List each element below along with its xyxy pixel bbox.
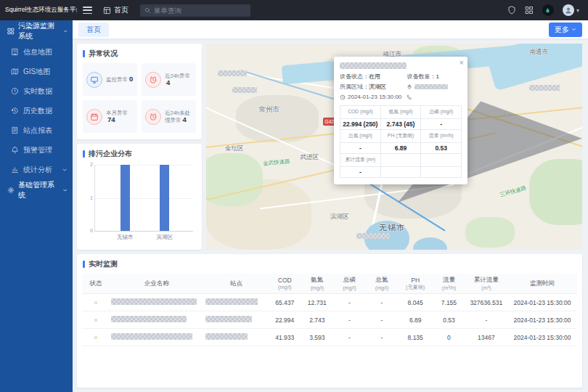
popup-time: 2024-01-23 15:30:00 <box>348 93 401 101</box>
card-title: 排污企业分布 <box>89 149 132 159</box>
map-label-road: 金武快速路 <box>262 158 290 167</box>
cell-tp: - <box>333 311 366 329</box>
water-drop-logo-icon[interactable] <box>542 4 554 16</box>
realtime-monitor-card: 实时监测 状态 企业名称 站点 COD(mg/l) 氨氮(mg/l) 总磷(mg… <box>77 254 582 388</box>
table-row[interactable]: 22.994 2.743 - - 6.89 0.53 - 2024-01-23 … <box>82 311 577 329</box>
map-label-city: 常州市 <box>259 105 280 115</box>
popup-readings-table: COD (mg/l) 氨氮 (mg/l) 总磷 (mg/l) 22.994 (2… <box>340 105 462 178</box>
map-info-popup: × 设备状态：在用 设备数量：1 所属区域：滨湖区 2024-01-23 15:… <box>334 57 467 184</box>
redacted-map-label <box>529 85 560 91</box>
sidebar-item-history-data[interactable]: 历史数据 <box>0 101 73 121</box>
stat-value: 4 <box>183 115 187 123</box>
redacted-company-name <box>111 316 187 322</box>
bar-binhu[interactable] <box>160 165 169 231</box>
title-accent-bar <box>83 150 85 158</box>
redacted-map-label <box>218 70 247 76</box>
tab-bar: 首页 更多 <box>73 20 588 39</box>
stat-tile-24h-abnormal[interactable]: 近24h异常4 <box>142 63 196 96</box>
map-canvas[interactable]: 靖江市 南通市 常州市 江阴市 金坛区 武进区 无锡市 滨湖区 三环快速路 金武… <box>206 44 582 250</box>
x-category-label: 滨湖区 <box>157 234 173 241</box>
reading-header: 氨氮 (mg/l) <box>380 106 421 119</box>
title-accent-bar <box>83 261 85 268</box>
stat-value: 4 <box>166 78 170 86</box>
device-status-label: 设备状态： <box>340 73 369 80</box>
cell-tn: - <box>366 294 399 311</box>
sidebar-item-statistics[interactable]: 统计分析 <box>0 160 73 179</box>
menu-search[interactable] <box>140 4 250 17</box>
top-header: Squirrel生态环境云服务平台 首页 <box>0 0 588 20</box>
sidebar-item-alert-management[interactable]: 预警管理 <box>0 140 73 160</box>
sidebar-item-label: 历史数据 <box>23 106 52 116</box>
clock-icon <box>11 87 19 95</box>
search-input[interactable] <box>154 7 235 15</box>
enterprise-distribution-card: 排污企业分布 2 1 0 无锡市 滨湖区 <box>77 144 202 250</box>
bar-chart: 2 1 0 无锡市 滨湖区 <box>94 165 193 248</box>
redacted-map-label <box>356 233 390 239</box>
reading-value: 2.743 (45) <box>380 119 421 130</box>
card-title-row: 异常状况 <box>77 44 202 62</box>
shield-icon[interactable] <box>507 6 516 15</box>
redacted-company-name <box>111 298 197 305</box>
hamburger-menu-icon[interactable] <box>83 7 92 14</box>
cell-time: 2024-01-23 15:30:00 <box>507 329 577 346</box>
region-value: 滨湖区 <box>369 83 386 90</box>
sidebar-item-label: 统计分析 <box>23 165 52 175</box>
bar-wuxi[interactable] <box>121 165 130 231</box>
reading-value: - <box>340 143 381 154</box>
map-green-area <box>465 217 514 248</box>
cell-cod: 65.437 <box>269 294 301 311</box>
reading-value: 0.53 <box>421 143 462 154</box>
col-header: 氨氮 <box>303 276 332 285</box>
sidebar-item-realtime-data[interactable]: 实时数据 <box>0 81 73 101</box>
close-icon[interactable]: × <box>460 58 464 67</box>
stat-tile-24h-unhandled[interactable]: 近24h未处理异常4 <box>142 100 196 133</box>
cell-tn: - <box>366 329 399 346</box>
search-icon <box>144 7 151 14</box>
tab-home[interactable]: 首页 <box>78 23 109 37</box>
map-label-district: 金坛区 <box>225 144 244 153</box>
stat-tiles: 监控异常0 近24h异常4 本月异常74 近24h未处理异常4 <box>77 62 202 139</box>
col-header: PH <box>399 277 431 284</box>
grid-icon <box>7 28 15 35</box>
sidebar-item-label: 预警管理 <box>23 145 52 155</box>
apps-grid-icon[interactable] <box>525 6 534 15</box>
map-label-city: 南通市 <box>529 48 548 57</box>
chevron-down-icon <box>571 27 576 32</box>
more-button-label: 更多 <box>555 25 569 35</box>
stat-tile-monitor-abnormal[interactable]: 监控异常0 <box>83 63 137 96</box>
col-header: 总磷 <box>335 276 364 285</box>
region-label: 所属区域： <box>340 83 369 90</box>
table-header-row: 状态 企业名称 站点 COD(mg/l) 氨氮(mg/l) 总磷(mg/l) 总… <box>82 274 577 294</box>
cell-time: 2024-01-23 15:30:00 <box>507 294 577 311</box>
sidebar-item-site-report[interactable]: 站点报表 <box>0 121 73 140</box>
device-count-value: 1 <box>436 73 438 80</box>
sidebar-section-pollution-monitoring[interactable]: 污染源监测系统 <box>0 20 73 42</box>
section-label: 污染源监测系统 <box>18 21 60 41</box>
cell-cod: 41.933 <box>269 329 301 346</box>
sidebar-item-gis-map[interactable]: GIS地图 <box>0 62 73 81</box>
reading-value: 22.994 (250) <box>340 119 381 130</box>
more-button[interactable]: 更多 <box>549 23 582 37</box>
popup-info-grid: 设备状态：在用 设备数量：1 所属区域：滨湖区 2024-01-23 15:30… <box>340 73 462 101</box>
col-header: COD <box>270 277 300 284</box>
sidebar-section-basic-management[interactable]: 基础管理系统 <box>0 179 73 201</box>
stat-label: 监控异常 <box>106 76 128 83</box>
redacted-map-label <box>232 87 257 93</box>
monitor-table: 状态 企业名称 站点 COD(mg/l) 氨氮(mg/l) 总磷(mg/l) 总… <box>82 274 577 346</box>
chevron-down-icon: ▾ <box>576 7 579 14</box>
phone-icon <box>407 94 412 100</box>
sidebar-item-info-map[interactable]: 信息地图 <box>0 42 73 62</box>
redacted-site-name <box>205 298 258 305</box>
table-row[interactable]: 65.437 12.731 - - 8.045 7.155 327636.531… <box>82 294 577 311</box>
reading-header: 累计流量 (m³) <box>340 154 381 167</box>
clock-icon <box>340 94 346 100</box>
col-header: 站点 <box>205 279 267 288</box>
user-avatar-menu[interactable]: ▾ <box>563 4 579 16</box>
stat-tile-month-abnormal[interactable]: 本月异常74 <box>83 100 137 133</box>
cell-flow: 0 <box>433 329 465 346</box>
redacted-company-name <box>340 62 407 69</box>
cell-cod: 22.994 <box>269 311 301 329</box>
map-lake <box>413 237 447 250</box>
table-row[interactable]: 41.933 3.593 - - 8.135 0 13467 2024-01-2… <box>82 329 577 346</box>
home-nav-button[interactable]: 首页 <box>103 5 128 15</box>
